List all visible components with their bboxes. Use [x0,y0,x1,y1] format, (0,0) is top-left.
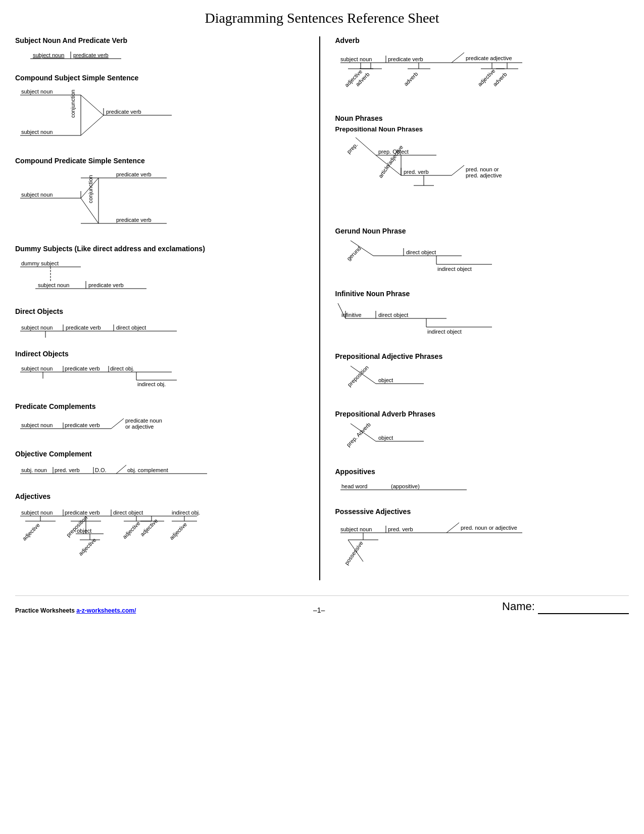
section-title-prep-adv: Prepositional Adverb Phrases [335,410,629,418]
svg-text:direct object: direct object [116,325,146,331]
svg-text:pred. verb: pred. verb [55,467,80,473]
diagram-noun-phrases: prep. prep. Object article/adjective pre… [335,135,527,216]
svg-text:possessive: possessive [343,540,364,566]
svg-text:object: object [77,528,91,534]
svg-line-95 [452,53,464,63]
website-link[interactable]: a-z-worksheets.com/ [76,607,136,614]
svg-text:predicate verb: predicate verb [388,56,423,62]
section-gerund: Gerund Noun Phrase gerund direct object … [335,227,629,279]
section-adjectives: Adjectives subject noun predicate verb d… [15,492,309,569]
svg-text:predicate noun: predicate noun [125,418,162,424]
section-subject-predicate: Subject Noun And Predicate Verb subject … [15,36,309,63]
svg-text:D.O.: D.O. [95,467,107,473]
svg-text:or adjective: or adjective [125,424,154,430]
practice-label: Practice Worksheets [15,607,75,614]
name-line[interactable] [538,600,629,614]
section-subtitle-prepositional: Prepositional Noun Phrases [335,125,629,133]
svg-line-114 [356,137,376,155]
svg-text:predicate verb: predicate verb [88,282,124,288]
svg-text:predicate verb: predicate verb [116,171,152,177]
diagram-subject-predicate: subject noun predicate verb [15,48,177,63]
name-label: Name: [502,600,535,613]
section-adverb: Adverb subject noun predicate verb predi… [335,36,629,103]
section-title-predicate-complements: Predicate Complements [15,402,309,410]
svg-text:subject noun: subject noun [21,422,53,428]
svg-text:direct obj.: direct obj. [110,365,134,372]
section-prep-adv: Prepositional Adverb Phrases prep. Adver… [335,410,629,456]
svg-line-124 [452,165,464,175]
svg-text:predicate verb: predicate verb [66,325,101,331]
svg-line-8 [81,95,104,115]
svg-text:pred. adjective: pred. adjective [466,172,502,178]
svg-text:head word: head word [341,483,367,489]
svg-text:predicate verb: predicate verb [65,422,100,428]
section-title-dummy-subjects: Dummy Subjects (Like direct address and … [15,245,309,253]
section-title-objective-complement: Objective Complement [15,450,309,458]
section-predicate-complements: Predicate Complements subject noun predi… [15,402,309,439]
svg-text:pred. noun or: pred. noun or [466,166,499,172]
svg-text:adjective: adjective [121,520,141,540]
section-compound-predicate: Compound Predicate Simple Sentence subje… [15,157,309,234]
section-title-possessive: Possessive Adjectives [335,507,629,516]
diagram-compound-subject: subject noun subject noun conjunction pr… [15,85,177,146]
section-appositives: Appositives head word (appositive) [335,468,629,496]
section-infinitive: Infinitive Noun Phrase infinitive direct… [335,290,629,341]
section-indirect-objects: Indirect Objects subject noun predicate … [15,350,309,391]
diagram-appositives: head word (appositive) [335,479,477,496]
footer-left: Practice Worksheets a-z-worksheets.com/ [15,607,136,614]
svg-text:adjective: adjective [21,522,41,541]
svg-text:pred. verb: pred. verb [388,526,413,532]
diagram-predicate-complements: subject noun predicate verb predicate no… [15,413,187,439]
svg-text:predicate verb: predicate verb [65,509,100,516]
svg-text:subject noun: subject noun [21,365,53,372]
section-possessive: Possessive Adjectives subject noun pred.… [335,507,629,569]
svg-text:subject noun: subject noun [21,325,53,331]
svg-text:preposition: preposition [346,364,370,388]
diagram-adjectives: subject noun predicate verb direct objec… [15,503,237,569]
section-title-appositives: Appositives [335,468,629,476]
svg-line-54 [111,419,124,429]
svg-text:subj. noun: subj. noun [21,467,47,473]
name-area: Name: [502,600,629,614]
section-title-prep-adj: Prepositional Adjective Phrases [335,352,629,360]
svg-text:predicate verb: predicate verb [116,217,152,223]
section-noun-phrases: Noun Phrases Prepositional Noun Phrases … [335,114,629,216]
svg-text:predicate verb: predicate verb [106,109,141,115]
page-title: Diagramming Sentences Reference Sheet [15,10,629,26]
svg-text:direct object: direct object [406,249,436,255]
svg-text:dummy subject: dummy subject [21,260,59,266]
svg-text:indirect object: indirect object [427,329,462,335]
section-title-direct-objects: Direct Objects [15,307,309,315]
diagram-gerund: gerund direct object indirect object [335,238,527,279]
svg-text:predicate verb: predicate verb [65,365,100,372]
svg-text:object: object [378,377,393,383]
svg-text:pred. verb: pred. verb [404,169,429,175]
svg-text:predicate verb: predicate verb [73,52,109,58]
diagram-dummy-subjects: dummy subject subject noun predicate ver… [15,256,177,296]
svg-text:subject noun: subject noun [21,129,53,135]
svg-text:direct object: direct object [378,312,408,318]
section-title-gerund: Gerund Noun Phrase [335,227,629,235]
svg-text:conjunction: conjunction [87,175,93,203]
diagram-infinitive: infinitive direct object indirect object [335,301,527,341]
svg-text:pred. noun or adjective: pred. noun or adjective [461,525,517,531]
section-title-compound-subject: Compound Subject Simple Sentence [15,74,309,82]
svg-text:direct object: direct object [113,509,143,516]
svg-text:indirect obj.: indirect obj. [172,509,200,516]
page-number: –1– [313,606,325,614]
diagram-direct-objects: subject noun predicate verb direct objec… [15,318,177,339]
svg-text:prep. Adverb: prep. Adverb [345,422,372,448]
svg-text:subject noun: subject noun [21,88,53,95]
diagram-indirect-objects: subject noun predicate verb direct obj. … [15,361,177,391]
svg-text:conjunction: conjunction [70,89,76,118]
diagram-prep-adj: preposition object [335,363,477,399]
svg-text:prep.: prep. [345,142,359,155]
svg-text:subject noun: subject noun [21,192,53,198]
section-dummy-subjects: Dummy Subjects (Like direct address and … [15,245,309,296]
svg-text:predicate adjective: predicate adjective [466,55,512,61]
svg-text:indirect object: indirect object [437,266,472,272]
svg-text:subject noun: subject noun [340,526,372,532]
svg-text:adjective: adjective [168,521,188,541]
section-title-adverb: Adverb [335,36,629,44]
svg-line-63 [116,465,126,474]
